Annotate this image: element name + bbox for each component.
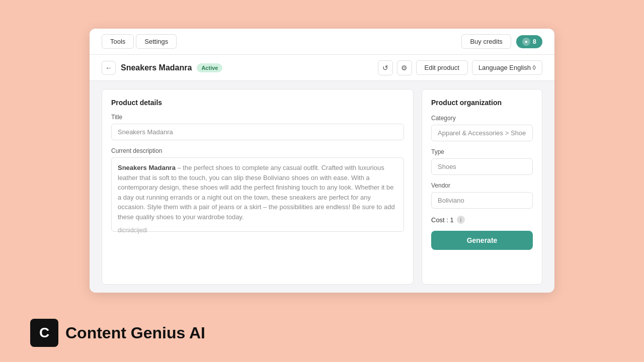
main-content: Product details Title Current descriptio… [90, 81, 554, 293]
type-input[interactable] [431, 158, 533, 175]
product-details-title: Product details [111, 99, 404, 107]
description-textarea[interactable]: Sneakers Madanra – the perfect shoes to … [111, 157, 404, 232]
tools-button[interactable]: Tools [102, 34, 134, 49]
page-header-right: ↺ ⚙ Edit product Language English ◊ [378, 60, 543, 75]
right-panel: Product organization Category Type Vendo… [422, 89, 542, 285]
type-label: Type [431, 148, 533, 155]
page-header: ← Sneakers Madanra Active ↺ ⚙ Edit produ… [90, 55, 554, 81]
credits-badge: ● 8 [516, 35, 542, 48]
cost-info-icon[interactable]: i [457, 216, 465, 224]
status-badge: Active [197, 63, 222, 72]
type-field: Type [431, 148, 533, 175]
description-body: – the perfect shoes to complete any casu… [118, 164, 395, 221]
description-content: Sneakers Madanra – the perfect shoes to … [118, 163, 397, 222]
page-title: Sneakers Madanra [121, 63, 192, 72]
vendor-field: Vendor [431, 182, 533, 209]
credits-icon: ● [522, 38, 530, 46]
nav-right: Buy credits ● 8 [461, 34, 542, 49]
category-field: Category [431, 115, 533, 141]
cost-row: Cost : 1 i [431, 216, 533, 224]
settings-button[interactable]: Settings [136, 34, 177, 49]
category-input[interactable] [431, 125, 533, 141]
generate-button[interactable]: Generate [431, 231, 533, 250]
brand-title: Content Genius AI [65, 324, 205, 342]
title-label: Title [111, 114, 404, 121]
language-select[interactable]: Language English ◊ [472, 60, 542, 75]
brand-logo: C [30, 319, 58, 347]
vendor-input[interactable] [431, 192, 533, 209]
category-label: Category [431, 115, 533, 122]
brand-logo-letter: C [39, 325, 49, 341]
cost-label: Cost : 1 [431, 216, 454, 224]
top-nav: Tools Settings Buy credits ● 8 [90, 29, 554, 55]
title-input[interactable] [111, 124, 404, 140]
vendor-label: Vendor [431, 182, 533, 189]
nav-left: Tools Settings [102, 34, 177, 49]
credits-count: 8 [533, 38, 536, 45]
settings-icon-button[interactable]: ⚙ [397, 60, 412, 75]
description-label: Current description [111, 147, 404, 154]
edit-product-button[interactable]: Edit product [416, 60, 468, 75]
bottom-branding: C Content Genius AI [30, 319, 205, 347]
description-id: dicnidcijedi [118, 226, 397, 235]
back-button[interactable]: ← [102, 61, 116, 75]
product-org-title: Product organization [431, 99, 533, 107]
app-window: Tools Settings Buy credits ● 8 ← Sneaker… [90, 29, 554, 293]
buy-credits-button[interactable]: Buy credits [461, 34, 511, 49]
left-panel: Product details Title Current descriptio… [102, 89, 414, 285]
description-bold: Sneakers Madanra [118, 164, 176, 171]
history-icon-button[interactable]: ↺ [378, 60, 393, 75]
page-header-left: ← Sneakers Madanra Active [102, 61, 222, 75]
